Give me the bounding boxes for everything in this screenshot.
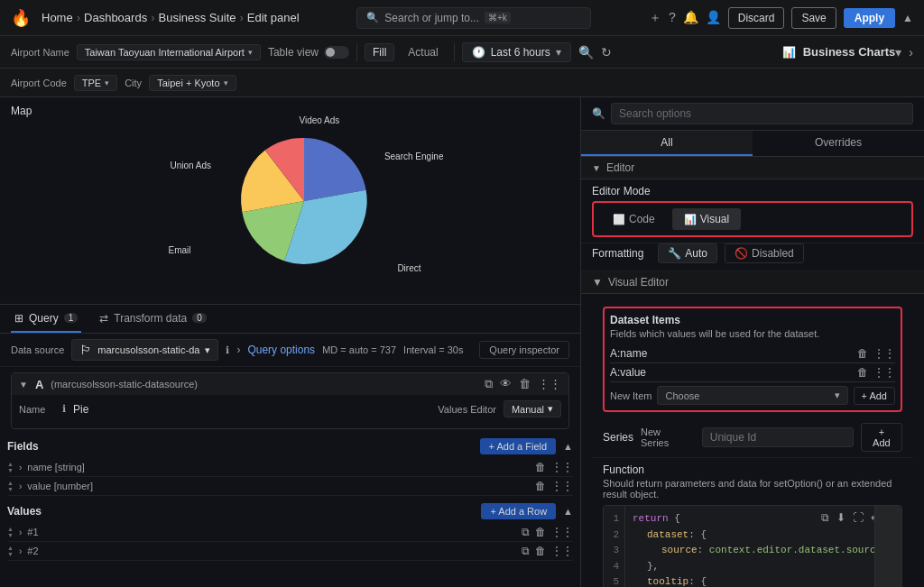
dataset-item-name-delete[interactable]: 🗑: [857, 347, 868, 360]
editor-section-header[interactable]: ▼ Editor: [581, 157, 924, 179]
values-collapse-icon[interactable]: ▲: [563, 506, 573, 517]
table-view-switch[interactable]: [324, 46, 349, 59]
breadcrumb-suite[interactable]: Business Suite: [158, 11, 236, 24]
discard-button[interactable]: Discard: [728, 7, 785, 29]
separator1: [356, 43, 357, 61]
drag-icon[interactable]: ⋮⋮: [538, 377, 561, 391]
dataset-item-value-delete[interactable]: 🗑: [857, 366, 868, 379]
copy-icon[interactable]: ⧉: [485, 377, 493, 391]
chevron-up-icon[interactable]: ▲: [902, 12, 913, 24]
visual-editor-header[interactable]: ▼ Visual Editor: [581, 271, 924, 294]
field-delete-icon[interactable]: 🗑: [535, 461, 546, 473]
series-add-button[interactable]: + Add: [861, 423, 902, 452]
value-expand-1[interactable]: ›: [19, 527, 22, 537]
tab-all[interactable]: All: [581, 131, 753, 156]
fields-collapse-icon[interactable]: ▲: [563, 441, 573, 452]
sort-icons-v1[interactable]: ▲▼: [7, 526, 14, 538]
value-copy-icon-1[interactable]: ⧉: [522, 526, 530, 538]
value-drag-icon-2[interactable]: ⋮⋮: [551, 545, 573, 557]
delete-icon[interactable]: 🗑: [519, 377, 531, 391]
function-desc: Should return parameters and data for se…: [603, 478, 902, 500]
dataset-item-name-label: A:name: [610, 347, 854, 360]
field-value-drag-icon[interactable]: ⋮⋮: [551, 480, 573, 492]
grafana-logo: 🔥: [11, 8, 31, 28]
value-delete-icon-1[interactable]: 🗑: [535, 526, 546, 538]
zoom-out-icon[interactable]: 🔍: [578, 45, 594, 60]
question-icon[interactable]: ?: [669, 10, 676, 26]
city-select[interactable]: Taipei + Kyoto ▾: [149, 75, 236, 91]
visual-btn-label: Visual: [700, 213, 729, 225]
code-line-5: tooltip: {: [633, 574, 894, 587]
values-editor-select[interactable]: Manual ▾: [504, 400, 561, 417]
fill-button[interactable]: Fill: [365, 43, 394, 61]
code-editor[interactable]: 12345678 return { dataset: { source: con…: [603, 505, 902, 587]
search-options-input[interactable]: [611, 103, 913, 124]
code-download-button[interactable]: ⬇: [835, 509, 847, 526]
airport-name-select[interactable]: Taiwan Taoyuan International Airport ▾: [77, 44, 261, 60]
panel-type-title: Business Charts: [803, 45, 896, 59]
code-btn-label: Code: [629, 213, 655, 225]
breadcrumb-home[interactable]: Home: [42, 11, 73, 24]
query-options-link[interactable]: Query options: [247, 344, 315, 356]
hide-icon[interactable]: 👁: [500, 377, 512, 391]
new-series-input[interactable]: [702, 427, 854, 447]
new-item-add-button[interactable]: + Add: [854, 387, 895, 405]
code-line-3: source: context.editor.dataset.source,: [633, 543, 894, 559]
plus-icon[interactable]: ＋: [649, 10, 661, 26]
field-value-label: value [number]: [27, 481, 530, 491]
disabled-format-button[interactable]: 🚫 Disabled: [725, 243, 804, 263]
bell-icon[interactable]: 🔔: [683, 10, 698, 26]
avatar-icon[interactable]: 👤: [706, 10, 721, 26]
code-copy-button[interactable]: ⧉: [819, 509, 831, 526]
sort-icons-value[interactable]: ▲▼: [7, 480, 14, 492]
dataset-item-value-drag[interactable]: ⋮⋮: [873, 366, 895, 379]
airport-name-caret: ▾: [248, 48, 253, 57]
sort-icons-v2[interactable]: ▲▼: [7, 545, 14, 557]
airport-code-pill[interactable]: TPE ▾: [74, 75, 117, 91]
auto-format-button[interactable]: 🔧 Auto: [658, 243, 717, 263]
code-mode-button[interactable]: ⬜ Code: [601, 208, 667, 230]
datasource-info-icon[interactable]: ℹ: [226, 344, 229, 356]
field-expand-value[interactable]: ›: [19, 482, 22, 491]
value-delete-icon-2[interactable]: 🗑: [535, 545, 546, 557]
query-inspector-button[interactable]: Query inspector: [479, 341, 569, 359]
new-item-select[interactable]: Choose ▾: [657, 386, 847, 405]
tab-transform[interactable]: ⇄ Transform data 0: [96, 305, 209, 333]
add-field-button[interactable]: + Add a Field: [480, 438, 557, 454]
table-view-toggle[interactable]: Table view: [268, 46, 349, 59]
dataset-item-name-drag[interactable]: ⋮⋮: [873, 347, 895, 360]
panel-more-icon[interactable]: ›: [909, 45, 913, 60]
breadcrumb-dashboards[interactable]: Dashboards: [84, 11, 147, 24]
value-drag-icon-1[interactable]: ⋮⋮: [551, 526, 573, 538]
sort-icons-name[interactable]: ▲▼: [7, 461, 14, 473]
field-expand-name[interactable]: ›: [19, 463, 22, 472]
datasource-select[interactable]: 🏳 marcusolsson-static-da ▾: [71, 339, 218, 361]
value-copy-icon-2[interactable]: ⧉: [522, 545, 530, 557]
code-expand-button[interactable]: ⛶: [851, 509, 865, 526]
separator2: [454, 43, 455, 61]
time-range-caret: ▾: [556, 46, 561, 59]
dataset-item-value-label: A:value: [610, 366, 854, 379]
search-bar[interactable]: 🔍 Search or jump to... ⌘+k: [356, 7, 591, 29]
refresh-icon[interactable]: ↻: [601, 45, 612, 60]
tab-query[interactable]: ⊞ Query 1: [11, 305, 81, 333]
field-drag-icon[interactable]: ⋮⋮: [551, 461, 573, 473]
apply-button[interactable]: Apply: [844, 8, 895, 28]
expand-icon[interactable]: ▼: [19, 380, 28, 390]
save-button[interactable]: Save: [791, 7, 836, 29]
name-row: Name ℹ Pie Values Editor Manual ▾: [19, 400, 561, 417]
function-label: Function: [603, 463, 902, 476]
top-nav: 🔥 Home › Dashboards › Business Suite › E…: [0, 0, 924, 36]
tab-overrides[interactable]: Overrides: [753, 131, 924, 156]
field-value-delete-icon[interactable]: 🗑: [535, 480, 546, 492]
time-range-picker[interactable]: 🕐 Last 6 hours ▾: [462, 42, 571, 62]
values-title: Values: [7, 505, 42, 518]
add-row-button[interactable]: + Add a Row: [481, 503, 556, 519]
values-editor-caret: ▾: [548, 403, 553, 415]
visual-mode-button[interactable]: 📊 Visual: [672, 208, 741, 230]
value-expand-2[interactable]: ›: [19, 546, 22, 556]
name-info-icon[interactable]: ℹ: [62, 403, 66, 415]
breadcrumb-sep1: ›: [77, 11, 80, 24]
actual-button[interactable]: Actual: [400, 43, 446, 61]
panel-chevron-down-icon[interactable]: ▾: [895, 45, 901, 60]
